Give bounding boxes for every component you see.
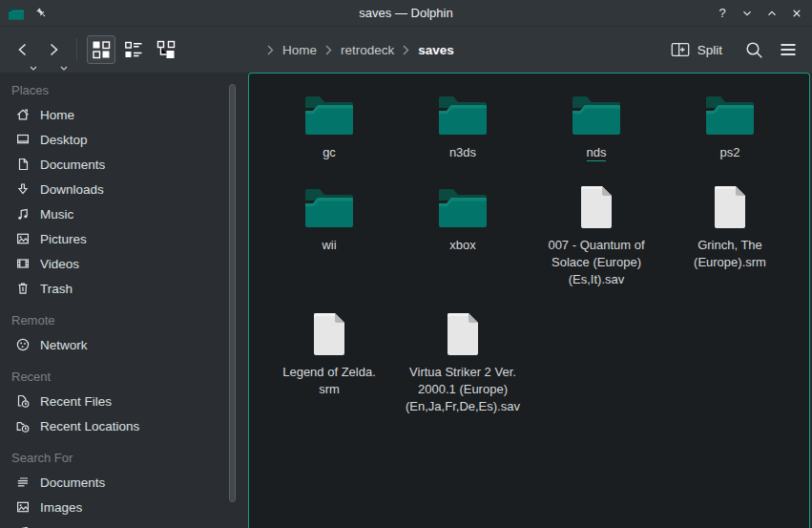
sidebar-item-trash[interactable]: Trash [0, 276, 248, 301]
file-icon [711, 184, 749, 230]
breadcrumb-separator-icon [325, 45, 332, 55]
places-panel: PlacesHomeDesktopDocumentsDownloadsMusic… [0, 73, 248, 528]
folder-item-wii[interactable]: wii [262, 184, 396, 254]
sidebar-scrollbar[interactable] [229, 84, 236, 502]
window-controls: ? [715, 6, 804, 21]
breadcrumb-item-retrodeck[interactable]: retrodeck [341, 43, 394, 57]
item-label: Virtua Striker 2 Ver. 2000.1 (Europe) (E… [406, 364, 520, 415]
sidebar-item-label: Home [40, 108, 74, 122]
close-button[interactable] [789, 6, 804, 21]
sidebar-item-label: Recent Files [40, 394, 112, 409]
icons-view-button[interactable] [87, 35, 115, 64]
dolphin-window: saves — Dolphin ? Homeretrodecksaves [0, 0, 812, 528]
sidebar-item-label: Images [40, 500, 82, 515]
folder-item-ps2[interactable]: ps2 [663, 92, 797, 161]
folder-icon [703, 92, 757, 137]
sidebar-item-home[interactable]: Home [0, 102, 248, 127]
breadcrumb-item-home[interactable]: Home [282, 43, 317, 57]
back-history-caret-icon [30, 57, 37, 62]
desktop-icon [15, 132, 31, 147]
sidebar-item-music[interactable]: Music [0, 201, 248, 226]
folder-item-xbox[interactable]: xbox [396, 184, 530, 254]
image-icon [15, 231, 31, 246]
item-label: n3ds [449, 144, 476, 161]
item-label: wii [322, 237, 336, 254]
folder-item-n3ds[interactable]: n3ds [396, 92, 530, 161]
item-label: gc [323, 144, 336, 161]
video-icon [15, 256, 31, 271]
icons-view-icon [92, 40, 111, 59]
file-grid: gcn3dsndsps2wiixbox007 - Quantum of Sola… [249, 74, 809, 438]
toolbar-separator [76, 38, 77, 61]
minimize-button[interactable] [739, 6, 755, 21]
sidebar-item-documents[interactable]: Documents [0, 470, 248, 495]
sidebar-item-network[interactable]: Network [0, 332, 248, 357]
file-item-007-quantum-of-solace-europe-es-it-sav[interactable]: 007 - Quantum of Solace (Europe) (Es,It)… [530, 184, 663, 288]
sidebar-item-label: Documents [40, 158, 105, 172]
window-folder-icon [8, 6, 25, 21]
folder-icon [436, 92, 489, 137]
sidebar-item-desktop[interactable]: Desktop [0, 127, 248, 152]
item-label: ps2 [720, 144, 740, 161]
sidebar-section-title-search-for: Search For [0, 447, 248, 470]
breadcrumb-item-saves[interactable]: saves [418, 43, 454, 57]
sidebar-item-label: Videos [40, 257, 79, 271]
document-icon [15, 157, 31, 172]
help-button[interactable]: ? [715, 6, 730, 21]
sidebar-item-audio[interactable]: Audio [0, 519, 248, 528]
split-icon [670, 39, 691, 60]
sidebar-item-recent-locations[interactable]: Recent Locations [0, 413, 248, 438]
item-label: nds [587, 144, 607, 161]
folder-item-nds[interactable]: nds [530, 92, 663, 161]
sidebar-section-title-places: Places [0, 79, 248, 102]
folder-icon [570, 92, 623, 137]
sidebar-item-documents[interactable]: Documents [0, 152, 248, 177]
hamburger-icon [779, 40, 798, 59]
forward-button[interactable] [40, 36, 67, 63]
search-icon [744, 40, 763, 59]
back-button[interactable] [10, 36, 36, 63]
folder-view[interactable]: gcn3dsndsps2wiixbox007 - Quantum of Sola… [248, 73, 810, 528]
split-button[interactable]: Split [670, 39, 722, 60]
split-label: Split [697, 43, 722, 57]
breadcrumb-separator-icon [403, 45, 409, 55]
content-area: PlacesHomeDesktopDocumentsDownloadsMusic… [0, 73, 812, 528]
forward-icon [45, 41, 62, 58]
file-item-grinch-the-europe-srm[interactable]: Grinch, The (Europe).srm [663, 184, 797, 271]
music-icon [15, 524, 31, 528]
music-icon [15, 206, 31, 222]
sidebar-item-label: Pictures [40, 232, 87, 246]
file-item-legend-of-zelda-srm[interactable]: Legend of Zelda. srm [262, 311, 396, 398]
breadcrumb: Homeretrodecksaves [259, 43, 454, 57]
tree-view-icon [156, 40, 176, 59]
download-icon [15, 181, 31, 197]
minimize-icon [740, 7, 754, 20]
sidebar-item-label: Downloads [40, 182, 104, 197]
file-icon [310, 311, 348, 357]
window-title: saves — Dolphin [0, 6, 812, 20]
sidebar-item-recent-files[interactable]: Recent Files [0, 389, 248, 413]
image-icon [15, 499, 31, 515]
pin-icon[interactable] [34, 6, 50, 21]
sidebar-item-pictures[interactable]: Pictures [0, 226, 248, 251]
maximize-icon [765, 7, 779, 20]
close-icon [790, 7, 803, 20]
maximize-button[interactable] [764, 6, 780, 21]
sidebar-item-label: Network [40, 338, 88, 352]
folder-item-gc[interactable]: gc [262, 92, 396, 161]
tree-view-button[interactable] [152, 35, 180, 64]
sidebar-item-images[interactable]: Images [0, 495, 248, 519]
file-item-virtua-striker-2-ver-2000-1-europe-en-ja-fr-de-es-sav[interactable]: Virtua Striker 2 Ver. 2000.1 (Europe) (E… [396, 311, 530, 415]
breadcrumb-separator-icon [267, 45, 274, 55]
menu-button[interactable] [774, 35, 802, 64]
titlebar[interactable]: saves — Dolphin ? [0, 0, 812, 27]
folder-icon [302, 92, 356, 137]
details-view-button[interactable] [119, 35, 148, 64]
sidebar-item-videos[interactable]: Videos [0, 251, 248, 276]
sidebar-section-title-recent: Recent [0, 366, 248, 389]
search-button[interactable] [739, 35, 768, 64]
details-view-icon [124, 40, 143, 59]
back-icon [14, 41, 31, 58]
recent-locations-icon [15, 418, 31, 433]
sidebar-item-downloads[interactable]: Downloads [0, 177, 248, 201]
